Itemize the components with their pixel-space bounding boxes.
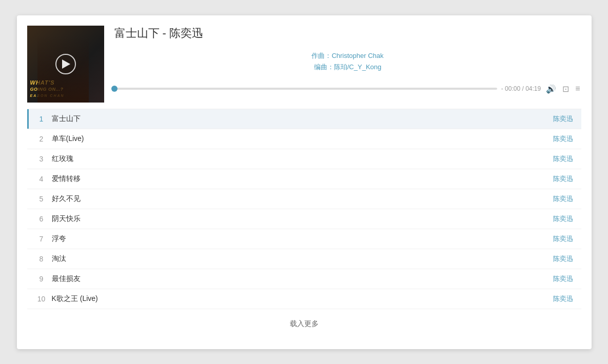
track-artist[interactable]: 陈奕迅 bbox=[553, 274, 577, 284]
composer-line: 作曲：Christopher Chak bbox=[114, 51, 581, 60]
track-row[interactable]: 8淘汰陈奕迅 bbox=[27, 249, 581, 269]
track-number: 2 bbox=[31, 135, 52, 143]
player-card: WHAT'S GOING ON...? EASON CHAN 富士山下 - 陈奕… bbox=[17, 15, 592, 349]
track-row[interactable]: 4爱情转移陈奕迅 bbox=[27, 169, 581, 189]
track-number: 4 bbox=[31, 175, 52, 183]
menu-button[interactable]: ≡ bbox=[574, 84, 581, 93]
volume-button[interactable]: 🔊 bbox=[545, 84, 557, 94]
track-row[interactable]: 9最佳损友陈奕迅 bbox=[27, 269, 581, 289]
controls: 🔊 ⊡ ≡ bbox=[545, 84, 581, 94]
load-more-button[interactable]: 载入更多 bbox=[27, 309, 581, 339]
track-row[interactable]: 1富士山下陈奕迅 bbox=[27, 109, 581, 129]
track-artist[interactable]: 陈奕迅 bbox=[553, 194, 577, 204]
song-title: 富士山下 - 陈奕迅 bbox=[114, 26, 581, 41]
track-number: 8 bbox=[31, 255, 52, 263]
track-artist[interactable]: 陈奕迅 bbox=[553, 114, 577, 124]
track-number: 3 bbox=[31, 155, 52, 163]
track-artist[interactable]: 陈奕迅 bbox=[553, 214, 577, 224]
track-row[interactable]: 6阴天快乐陈奕迅 bbox=[27, 209, 581, 229]
track-row[interactable]: 2单车(Live)陈奕迅 bbox=[27, 129, 581, 149]
album-art: WHAT'S GOING ON...? EASON CHAN bbox=[27, 26, 104, 103]
meta-info: 作曲：Christopher Chak 编曲：陈珀/C_Y_Kong bbox=[114, 51, 581, 72]
arranger-line: 编曲：陈珀/C_Y_Kong bbox=[114, 63, 581, 72]
track-name: 单车(Live) bbox=[52, 134, 553, 144]
right-info: 富士山下 - 陈奕迅 作曲：Christopher Chak 编曲：陈珀/C_Y… bbox=[104, 26, 581, 94]
progress-bar[interactable] bbox=[114, 88, 497, 90]
track-row[interactable]: 7浮夸陈奕迅 bbox=[27, 229, 581, 249]
track-number: 1 bbox=[31, 115, 52, 123]
track-number: 7 bbox=[31, 235, 52, 243]
track-number: 9 bbox=[31, 275, 52, 283]
progress-dot bbox=[111, 86, 117, 92]
track-artist[interactable]: 陈奕迅 bbox=[553, 174, 577, 184]
track-artist[interactable]: 陈奕迅 bbox=[553, 294, 577, 304]
track-number: 10 bbox=[31, 295, 52, 303]
track-name: 淘汰 bbox=[52, 254, 553, 264]
track-artist[interactable]: 陈奕迅 bbox=[553, 254, 577, 264]
top-section: WHAT'S GOING ON...? EASON CHAN 富士山下 - 陈奕… bbox=[27, 26, 581, 103]
track-number: 6 bbox=[31, 215, 52, 223]
time-display: - 00:00 / 04:19 bbox=[501, 85, 541, 92]
play-button[interactable] bbox=[55, 54, 76, 74]
active-indicator bbox=[27, 109, 29, 129]
play-icon bbox=[62, 59, 70, 69]
track-name: 浮夸 bbox=[52, 234, 553, 244]
track-name: 好久不见 bbox=[52, 194, 553, 204]
track-row[interactable]: 3红玫瑰陈奕迅 bbox=[27, 149, 581, 169]
track-row[interactable]: 5好久不见陈奕迅 bbox=[27, 189, 581, 209]
track-name: 红玫瑰 bbox=[52, 154, 553, 164]
track-name: 阴天快乐 bbox=[52, 214, 553, 224]
track-name: 富士山下 bbox=[52, 114, 553, 124]
track-name: K歌之王 (Live) bbox=[52, 294, 553, 304]
track-artist[interactable]: 陈奕迅 bbox=[553, 134, 577, 144]
track-name: 爱情转移 bbox=[52, 174, 553, 184]
playlist-button[interactable]: ⊡ bbox=[561, 84, 570, 94]
track-row[interactable]: 10K歌之王 (Live)陈奕迅 bbox=[27, 289, 581, 309]
progress-section: - 00:00 / 04:19 🔊 ⊡ ≡ bbox=[114, 84, 581, 94]
track-list: 1富士山下陈奕迅2单车(Live)陈奕迅3红玫瑰陈奕迅4爱情转移陈奕迅5好久不见… bbox=[27, 109, 581, 309]
track-artist[interactable]: 陈奕迅 bbox=[553, 234, 577, 244]
track-name: 最佳损友 bbox=[52, 274, 553, 284]
track-artist[interactable]: 陈奕迅 bbox=[553, 154, 577, 164]
composer-name[interactable]: Christopher Chak bbox=[331, 52, 383, 59]
track-number: 5 bbox=[31, 195, 52, 203]
